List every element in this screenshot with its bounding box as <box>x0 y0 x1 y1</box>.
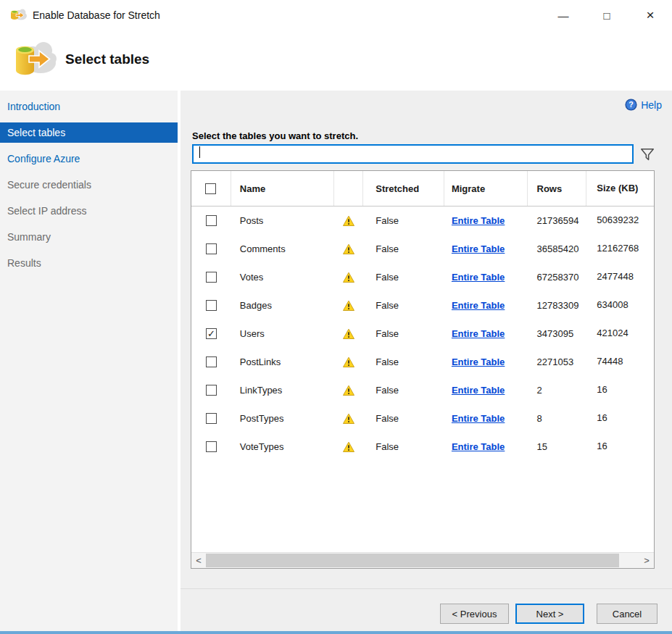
warning-icon <box>342 328 355 340</box>
warning-icon <box>342 385 355 396</box>
column-header-name[interactable]: Name <box>231 171 335 206</box>
close-button[interactable]: × <box>629 7 672 23</box>
footer-divider <box>181 588 672 589</box>
migrate-link[interactable]: Entire Table <box>452 328 505 339</box>
migrate-link[interactable]: Entire Table <box>452 356 505 367</box>
column-header-warning[interactable] <box>334 171 363 206</box>
row-checkbox[interactable] <box>206 413 217 424</box>
content-area: IntroductionSelect tablesConfigure Azure… <box>0 91 672 631</box>
size-cell: 634008 <box>586 300 654 311</box>
column-header-stretched[interactable]: Stretched <box>363 171 444 206</box>
row-checkbox[interactable] <box>206 300 217 311</box>
migrate-link[interactable]: Entire Table <box>452 413 505 424</box>
migrate-link[interactable]: Entire Table <box>452 385 505 396</box>
rows-cell: 3473095 <box>528 328 587 339</box>
table-row: Posts False Entire Table 21736594 506392… <box>191 207 654 235</box>
stretched-cell: False <box>363 441 444 452</box>
table-row: Users False Entire Table 3473095 421024 <box>191 320 654 348</box>
table-row: LinkTypes False Entire Table 2 16 <box>191 376 654 404</box>
next-button[interactable]: Next > <box>515 604 584 624</box>
table-body: Posts False Entire Table 21736594 506392… <box>191 207 654 552</box>
svg-text:?: ? <box>629 100 633 109</box>
size-cell: 421024 <box>586 328 654 339</box>
size-cell: 12162768 <box>586 243 654 254</box>
table-filter-input[interactable] <box>192 144 634 164</box>
rows-cell: 21736594 <box>528 215 587 226</box>
warning-icon <box>342 215 355 227</box>
table-row: PostLinks False Entire Table 2271053 744… <box>191 348 654 376</box>
page-title: Select tables <box>65 51 149 67</box>
wizard-header: Select tables <box>0 30 672 91</box>
table-row: Badges False Entire Table 12783309 63400… <box>191 291 654 320</box>
migrate-link[interactable]: Entire Table <box>452 215 505 226</box>
migrate-link[interactable]: Entire Table <box>452 272 505 283</box>
row-checkbox[interactable] <box>206 356 217 367</box>
row-checkbox[interactable] <box>206 243 217 254</box>
table-row: PostTypes False Entire Table 8 16 <box>191 404 654 433</box>
table-name-cell: PostLinks <box>231 356 335 367</box>
sidebar-item-introduction[interactable]: Introduction <box>0 96 178 117</box>
column-header-migrate[interactable]: Migrate <box>444 171 528 206</box>
row-checkbox[interactable] <box>206 441 217 452</box>
column-header-rows[interactable]: Rows <box>528 171 587 206</box>
row-checkbox[interactable] <box>206 215 217 226</box>
rows-cell: 2271053 <box>528 356 587 367</box>
title-bar: Enable Database for Stretch — □ × <box>0 0 672 30</box>
window-bottom-border <box>0 631 672 634</box>
size-cell: 16 <box>586 441 654 452</box>
filter-funnel-icon[interactable] <box>639 146 655 162</box>
sidebar-item-configure-azure[interactable]: Configure Azure <box>0 149 178 169</box>
instruction-label: Select the tables you want to stretch. <box>192 130 358 141</box>
rows-cell: 2 <box>528 385 587 396</box>
text-caret <box>199 146 200 158</box>
warning-icon <box>342 272 355 283</box>
row-checkbox[interactable] <box>206 328 217 339</box>
table-name-cell: PostTypes <box>231 413 335 424</box>
column-header-size[interactable]: Size (KB) <box>586 171 654 206</box>
sidebar-item-secure-credentials[interactable]: Secure credentials <box>0 175 178 195</box>
help-link[interactable]: ? Help <box>625 99 662 111</box>
warning-icon <box>342 413 355 425</box>
stretched-cell: False <box>363 300 444 311</box>
table-row: VoteTypes False Entire Table 15 16 <box>191 433 654 461</box>
stretch-database-icon-large <box>9 38 58 83</box>
rows-cell: 12783309 <box>528 300 587 311</box>
table-name-cell: LinkTypes <box>231 385 335 396</box>
warning-icon <box>342 441 355 453</box>
stretched-cell: False <box>363 272 444 283</box>
table-name-cell: Votes <box>231 272 335 283</box>
help-label: Help <box>641 99 662 111</box>
maximize-button[interactable]: □ <box>585 9 629 22</box>
stretched-cell: False <box>363 413 444 424</box>
rows-cell: 36585420 <box>528 243 587 254</box>
row-checkbox[interactable] <box>206 385 217 396</box>
sidebar-item-select-ip-address[interactable]: Select IP address <box>0 201 178 221</box>
stretch-database-icon <box>9 9 27 22</box>
scroll-left-arrow[interactable]: < <box>191 555 206 566</box>
warning-icon <box>342 243 355 255</box>
migrate-link[interactable]: Entire Table <box>452 243 505 254</box>
table-row: Votes False Entire Table 67258370 247744… <box>191 263 654 291</box>
table-name-cell: Users <box>231 328 335 339</box>
migrate-link[interactable]: Entire Table <box>452 441 505 452</box>
stretched-cell: False <box>363 356 444 367</box>
migrate-link[interactable]: Entire Table <box>452 300 505 311</box>
sidebar-item-results[interactable]: Results <box>0 253 178 273</box>
table-name-cell: Posts <box>231 215 335 226</box>
scroll-right-arrow[interactable]: > <box>639 555 654 566</box>
row-checkbox[interactable] <box>206 272 217 283</box>
cancel-button[interactable]: Cancel <box>597 604 658 624</box>
select-all-checkbox[interactable] <box>205 183 216 194</box>
scrollbar-thumb[interactable] <box>206 554 619 567</box>
minimize-button[interactable]: — <box>542 9 585 22</box>
table-name-cell: Badges <box>231 300 335 311</box>
previous-button[interactable]: < Previous <box>440 604 509 624</box>
table-header-row: Name Stretched Migrate Rows Size (KB) <box>191 171 654 207</box>
table-name-cell: Comments <box>231 243 335 254</box>
sidebar-item-summary[interactable]: Summary <box>0 227 178 247</box>
sidebar-item-select-tables[interactable]: Select tables <box>0 122 178 143</box>
table-row: Comments False Entire Table 36585420 121… <box>191 235 654 263</box>
size-cell: 16 <box>586 385 654 396</box>
horizontal-scrollbar[interactable]: < > <box>191 552 654 568</box>
stretched-cell: False <box>363 243 444 254</box>
